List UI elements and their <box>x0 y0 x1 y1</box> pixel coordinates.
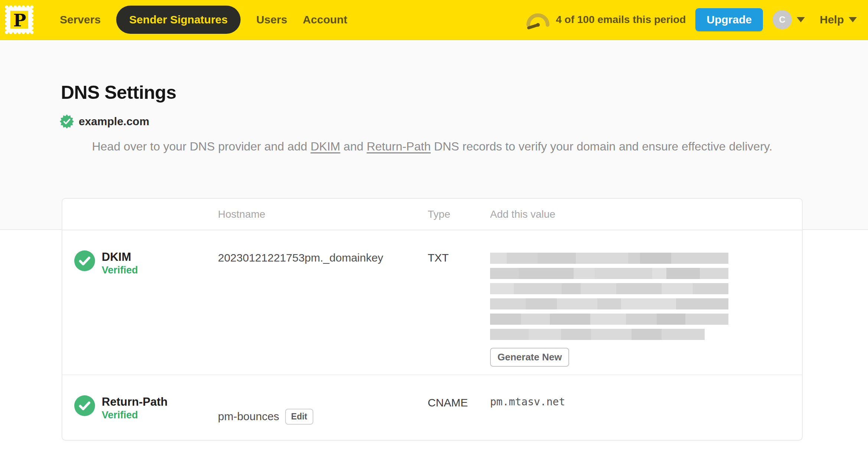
return-path-link[interactable]: Return-Path <box>367 140 431 153</box>
dkim-type: TXT <box>428 230 490 374</box>
dkim-hostname: 20230121221753pm._domainkey <box>218 230 428 374</box>
upgrade-button[interactable]: Upgrade <box>695 8 763 31</box>
nav-item-account[interactable]: Account <box>303 13 347 26</box>
column-header-add-this-value: Add this value <box>490 208 802 220</box>
page-header: DNS Settings example.com Head over to yo… <box>0 40 868 155</box>
redacted-line <box>490 283 728 294</box>
return-path-status-cell: Return-Path Verified <box>62 375 218 440</box>
help-label: Help <box>820 13 844 26</box>
postmark-logo-icon[interactable]: P <box>4 4 35 35</box>
table-header-row: Hostname Type Add this value <box>62 199 802 230</box>
status-badge: Verified <box>102 409 167 421</box>
table-row-dkim: DKIM Verified 20230121221753pm._domainke… <box>62 230 802 374</box>
return-path-hostname-cell: pm-bounces Edit <box>218 375 428 440</box>
redacted-line <box>490 268 728 279</box>
dkim-value-cell: Generate New <box>490 230 802 374</box>
description-text: Head over to your DNS provider and add <box>92 140 311 153</box>
table-row-return-path: Return-Path Verified pm-bounces Edit CNA… <box>62 374 802 440</box>
verified-check-icon <box>74 250 95 271</box>
redacted-value <box>490 253 802 340</box>
nav-item-users[interactable]: Users <box>256 13 287 26</box>
top-navbar: P Servers Sender Signatures Users Accoun… <box>0 0 868 40</box>
description-text: DNS records to verify your domain and en… <box>431 140 772 153</box>
return-path-type: CNAME <box>428 375 490 440</box>
return-path-value: pm.mtasv.net <box>490 375 802 440</box>
domain-name: example.com <box>79 115 149 128</box>
description-text: and <box>340 140 366 153</box>
dkim-status-cell: DKIM Verified <box>62 230 218 374</box>
svg-text:P: P <box>13 10 26 30</box>
dkim-link[interactable]: DKIM <box>310 140 340 153</box>
redacted-line <box>490 314 728 325</box>
dns-records-table: Hostname Type Add this value DKIM Verifi… <box>62 198 803 441</box>
nav-item-sender-signatures[interactable]: Sender Signatures <box>116 6 241 34</box>
nav-item-servers[interactable]: Servers <box>60 13 101 26</box>
edit-button[interactable]: Edit <box>285 409 313 425</box>
redacted-line <box>490 298 728 309</box>
page-title: DNS Settings <box>0 40 868 103</box>
help-chevron-down-icon <box>849 17 857 22</box>
help-menu[interactable]: Help <box>820 13 857 26</box>
record-name: Return-Path <box>102 395 167 409</box>
column-header-type: Type <box>428 208 490 220</box>
avatar-chevron-down-icon[interactable] <box>797 17 805 22</box>
column-header-hostname: Hostname <box>218 208 428 220</box>
navbar-right-group: 4 of 100 emails this period Upgrade C He… <box>525 8 857 31</box>
main-content: DNS Settings example.com Head over to yo… <box>0 40 868 454</box>
usage-counter: 4 of 100 emails this period <box>556 14 686 26</box>
redacted-line <box>490 253 728 264</box>
record-name: DKIM <box>102 250 138 264</box>
page-description: Head over to your DNS provider and add D… <box>62 137 803 155</box>
redacted-line <box>490 329 705 340</box>
usage-gauge-icon <box>525 9 550 31</box>
generate-new-button[interactable]: Generate New <box>490 348 569 367</box>
domain-row: example.com <box>60 114 868 129</box>
avatar[interactable]: C <box>773 10 792 29</box>
verified-check-icon <box>74 395 95 416</box>
verified-seal-icon <box>60 114 74 129</box>
return-path-hostname: pm-bounces <box>218 410 279 423</box>
status-badge: Verified <box>102 264 138 276</box>
